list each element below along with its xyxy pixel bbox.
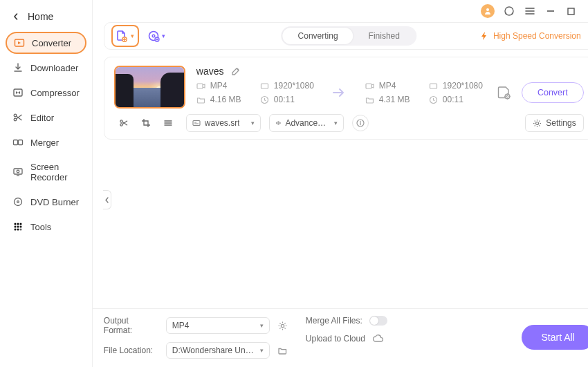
file-location-select[interactable]: D:\Wondershare UniConverter 1 ▾ [166,342,270,359]
scissors-icon [12,112,24,123]
file-location-value: D:\Wondershare UniConverter 1 [172,346,254,355]
crop-icon[interactable] [140,117,151,129]
output-format-settings-icon[interactable] [277,319,289,332]
svg-point-13 [15,226,17,228]
trim-icon[interactable] [118,117,129,129]
tab-finished[interactable]: Finished [353,28,415,44]
merge-all-toggle[interactable] [369,316,387,326]
item-settings-button[interactable]: Settings [525,114,583,132]
sidebar-item-merger[interactable]: Merger [6,131,86,153]
audio-dropdown[interactable]: Advanced Audi... ▾ [269,114,344,132]
gear-icon [533,119,542,128]
camera-icon [196,81,206,91]
resolution-icon [260,81,270,91]
lightning-icon [479,31,489,41]
chevron-down-icon: ▾ [251,120,255,126]
cloud-icon[interactable] [372,332,385,345]
dst-size: 4.31 MB [379,95,410,104]
svg-point-14 [17,226,19,228]
svg-point-32 [505,94,510,99]
svg-rect-26 [197,84,203,88]
output-format-label: Output Format: [104,316,159,335]
item-title: waves [196,66,224,77]
maximize-button[interactable] [565,5,578,17]
sidebar-item-tools[interactable]: Tools [6,216,86,238]
sidebar-item-converter[interactable]: Converter [6,32,86,54]
chevron-down-icon: ▾ [334,120,338,126]
tab-converting[interactable]: Converting [283,28,353,44]
svg-point-34 [120,120,122,122]
svg-point-12 [20,223,22,225]
sidebar-item-editor[interactable]: Editor [6,106,86,129]
src-duration: 00:11 [274,95,295,104]
chevron-down-icon: ▾ [162,32,165,39]
sidebar-item-downloader[interactable]: Downloader [6,57,86,79]
svg-rect-4 [14,140,18,145]
dvd-icon [12,196,24,207]
sidebar-item-screen-recorder[interactable]: Screen Recorder [6,156,86,188]
dst-resolution: 1920*1080 [443,81,483,91]
sidebar-item-label: Converter [32,38,71,48]
effects-icon[interactable] [163,117,174,129]
svg-point-39 [536,122,539,124]
merge-all-label: Merge All Files: [306,316,362,326]
svg-point-17 [17,229,19,231]
sidebar-item-label: Downloader [30,63,78,73]
rename-icon[interactable] [230,66,241,77]
svg-rect-5 [19,140,23,145]
tools-icon [12,221,24,232]
video-thumbnail[interactable] [114,66,185,109]
support-icon[interactable] [503,5,515,17]
svg-point-16 [15,229,17,231]
output-settings-icon[interactable] [497,85,512,100]
info-icon[interactable] [352,115,369,131]
high-speed-conversion-toggle[interactable]: High Speed Conversion [474,28,587,44]
svg-point-35 [120,124,122,126]
dst-duration: 00:11 [443,95,463,104]
output-format-select[interactable]: MP4 ▾ [166,317,270,334]
add-files-button[interactable]: ▾ [111,25,139,47]
folder-icon [196,95,206,104]
svg-point-9 [17,201,19,203]
svg-point-18 [20,229,22,231]
chevron-down-icon: ▾ [131,32,134,39]
sidebar-item-label: Editor [30,113,54,123]
sidebar-item-label: Merger [30,138,59,148]
home-link[interactable]: Home [6,7,86,32]
file-location-label: File Location: [104,346,159,355]
minimize-button[interactable] [544,5,557,17]
sidebar-item-label: DVD Burner [30,197,79,207]
svg-rect-30 [430,84,437,88]
convert-button[interactable]: Convert [522,82,584,103]
svg-rect-36 [193,121,200,126]
account-avatar[interactable] [481,4,495,18]
compressor-icon [12,87,24,98]
output-format-value: MP4 [172,321,190,330]
add-dvd-button[interactable]: ▾ [145,26,168,46]
src-resolution: 1920*1080 [274,81,314,91]
sidebar-item-compressor[interactable]: Compressor [6,82,86,104]
chevron-down-icon: ▾ [260,322,264,329]
download-icon [12,62,24,73]
svg-rect-6 [14,169,22,174]
svg-point-2 [14,114,17,117]
start-all-button[interactable]: Start All [522,325,588,350]
svg-rect-29 [366,84,371,88]
sidebar-item-dvd-burner[interactable]: DVD Burner [6,191,86,213]
home-label: Home [28,11,53,22]
subtitle-dropdown[interactable]: waves.srt ▾ [186,114,261,132]
svg-point-15 [20,226,22,228]
svg-point-38 [360,121,361,122]
svg-point-7 [17,170,19,173]
media-item-card: waves MP4 4.16 MB [104,57,588,140]
resolution-icon [429,81,439,91]
svg-rect-21 [568,8,574,15]
screen-recorder-icon [12,167,24,178]
audio-value: Advanced Audi... [285,118,329,128]
back-icon [12,13,19,20]
upload-cloud-label: Upload to Cloud [306,334,365,344]
hamburger-menu-icon[interactable] [524,5,536,17]
open-folder-icon[interactable] [277,344,289,357]
src-size: 4.16 MB [210,95,241,104]
dst-format: MP4 [379,81,396,91]
